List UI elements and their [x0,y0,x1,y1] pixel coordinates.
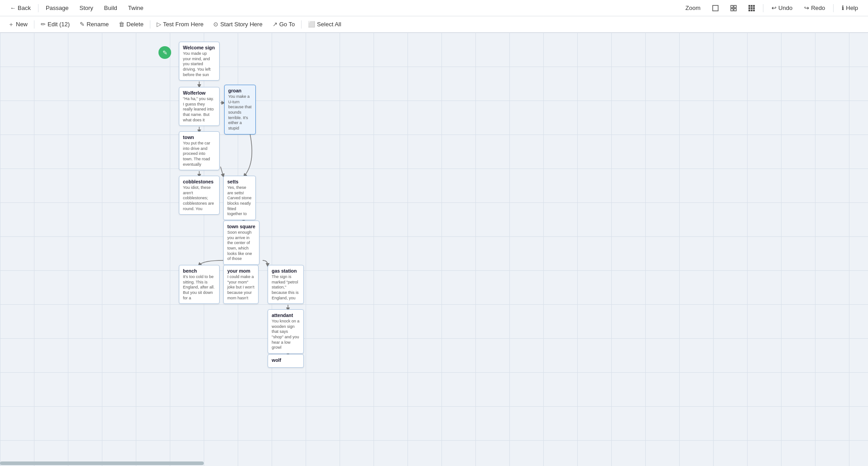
pencil-icon: ✏ [41,21,46,28]
passage-setts[interactable]: setts Yes, these are setts! Carved stone… [223,176,256,220]
passage-title: wolf [272,357,300,363]
svg-rect-4 [734,9,736,11]
undo-icon: ↩ [772,5,777,11]
passage-welcome-sign[interactable]: Welcome sign You made up your mind, and … [179,42,220,81]
svg-rect-13 [753,10,755,11]
passage-title: setts [227,179,252,184]
nav-separator [38,4,38,12]
passage-town[interactable]: town You put the car into drive and proc… [179,131,220,170]
passage-title: gas station [272,268,300,274]
svg-rect-9 [751,7,753,9]
passage-title: Wolferlow [183,90,216,96]
select-all-button[interactable]: ⬜ Select All [303,19,345,29]
toolbar-sep2 [150,20,150,29]
plus-icon: ＋ [8,20,14,29]
rename-button[interactable]: ✎ Rename [75,19,113,29]
toolbar-sep3 [301,20,302,29]
delete-button[interactable]: 🗑 Delete [114,19,148,29]
nav-sep2 [763,4,763,12]
rename-icon: ✎ [80,21,85,28]
goto-icon: ↗ [273,21,278,28]
passage-title: town square [227,224,255,229]
passage-text: You idiot, these aren't cobblestones; co… [183,185,216,211]
go-to-button[interactable]: ↗ Go To [268,19,299,29]
view-grid-small-icon[interactable] [726,3,741,13]
test-from-here-button[interactable]: ▷ Test From Here [152,19,208,29]
passage-title: your mom [227,268,254,274]
nav-right-controls: Zoom [681,3,863,13]
start-story-here-button[interactable]: ⊙ Start Story Here [209,19,267,29]
passage-title: cobblestones [183,179,216,184]
passage-title: town [183,135,216,140]
passage-text: "Ha ha," you say. I guess they really le… [183,96,216,123]
view-single-icon[interactable] [708,3,723,13]
nav-sep3 [833,4,834,12]
passage-groan[interactable]: groan You make a U-turn because that sou… [224,85,256,135]
nav-build-button[interactable]: Build [100,3,122,13]
svg-rect-0 [713,5,718,11]
passage-gas-station[interactable]: gas station The sign is marked "petrol s… [268,265,304,304]
passage-text: Soon enough you arrive in the center of … [227,230,255,262]
rocket-icon: ⊙ [213,21,218,28]
horizontal-scrollbar[interactable] [0,461,204,465]
new-button[interactable]: ＋ New [4,19,32,30]
passage-title: bench [183,268,216,274]
passage-title: groan [228,88,252,93]
zoom-button[interactable]: Zoom [681,3,705,13]
redo-button[interactable]: ↪ Redo [800,3,830,13]
help-button[interactable]: ℹ Help [837,3,863,13]
svg-rect-12 [751,10,753,11]
svg-rect-8 [748,7,750,9]
nav-passage-button[interactable]: Passage [41,3,73,13]
edit-button[interactable]: ✏ Edit (12) [36,19,74,29]
svg-rect-6 [751,5,753,7]
svg-rect-3 [731,9,733,11]
passage-title: attendant [272,312,300,318]
passage-toolbar: ＋ New ✏ Edit (12) ✎ Rename 🗑 Delete ▷ Te… [0,16,868,33]
select-icon: ⬜ [308,21,315,28]
svg-rect-2 [734,5,736,8]
passage-your-mom[interactable]: your mom I could make a "your mom" joke … [223,265,259,304]
back-button[interactable]: ← Back [5,3,35,13]
passage-wolf[interactable]: wolf [268,354,304,368]
passage-text: You make a U-turn because that sounds te… [228,94,252,131]
view-grid-large-icon[interactable] [744,3,759,13]
passage-text: The sign is marked "petrol station," bec… [272,274,300,301]
nav-twine-button[interactable]: Twine [124,3,148,13]
svg-rect-7 [753,5,755,7]
redo-icon: ↪ [804,5,809,11]
story-canvas[interactable]: ✎ Welcome sign You made up your mind, an… [0,33,868,466]
passage-text: You made up your mind, and you started d… [183,51,216,77]
start-icon: ✎ [163,49,168,56]
svg-rect-10 [753,7,755,9]
top-navigation: ← Back Passage Story Build Twine Zoom [0,0,868,16]
trash-icon: 🗑 [119,21,125,28]
passage-text: You put the car into drive and proceed i… [183,141,216,167]
help-icon: ℹ [842,5,844,11]
connection-arrows [0,33,868,466]
passage-cobblestones[interactable]: cobblestones You idiot, these aren't cob… [179,176,220,215]
passage-attendant[interactable]: attendant You knock on a wooden sign tha… [268,309,304,354]
svg-rect-11 [748,10,750,11]
toolbar-sep1 [34,20,34,29]
start-passage-indicator[interactable]: ✎ [158,46,171,59]
passage-text: You knock on a wooden sign that says "sh… [272,319,300,351]
svg-rect-1 [731,5,733,8]
passage-text: I could make a "your mom" joke but I won… [227,274,254,301]
passage-bench[interactable]: bench It's too cold to be sitting. This … [179,265,220,304]
passage-title: Welcome sign [183,45,216,50]
passage-text: It's too cold to be sitting. This is Eng… [183,274,216,301]
passage-wolferlow[interactable]: Wolferlow "Ha ha," you say. I guess they… [179,87,220,126]
nav-story-button[interactable]: Story [75,3,98,13]
back-arrow-icon: ← [10,5,16,11]
undo-button[interactable]: ↩ Undo [767,3,797,13]
svg-rect-5 [748,5,750,7]
passage-town-square[interactable]: town square Soon enough you arrive in th… [223,221,259,265]
test-icon: ▷ [157,21,161,28]
passage-text: Yes, these are setts! Carved stone block… [227,185,252,217]
